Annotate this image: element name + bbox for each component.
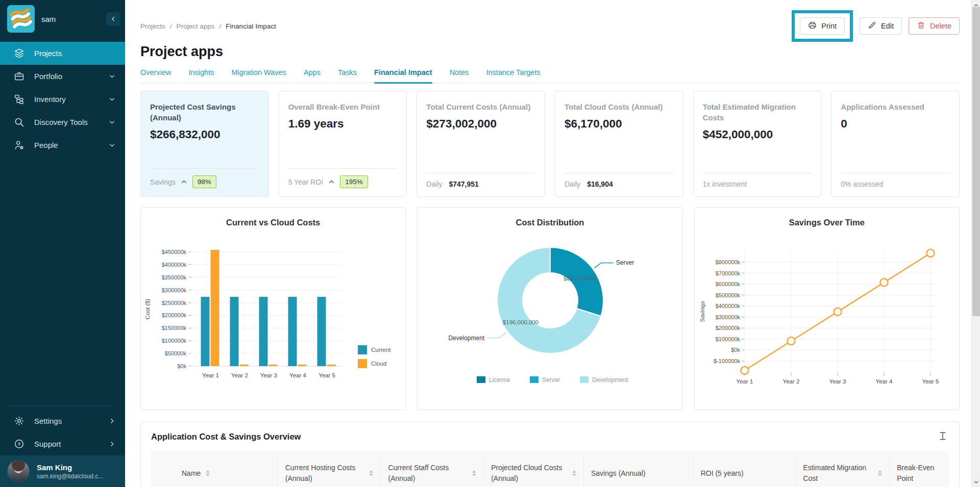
breadcrumb-separator: / [170,22,172,30]
tab-tasks[interactable]: Tasks [338,68,357,83]
sidebar: sam ProjectsPortfolioInventoryDiscovery … [0,0,125,487]
stat-card-value: 0 [841,117,950,131]
print-button[interactable]: Print [800,17,845,35]
stat-card: Applications Assessed00% assessed [831,91,960,197]
sort-desc-icon [369,474,373,476]
delete-button[interactable]: Delete [909,17,960,35]
svg-text:$83,170,000: $83,170,000 [564,275,596,281]
stat-card-title: Total Current Costs (Annual) [426,101,535,112]
breadcrumb-item[interactable]: Project apps [177,22,215,30]
trash-icon [917,21,925,31]
column-header-estimated-migration-cost[interactable]: Estimated Migration Cost [795,451,889,487]
column-header-break-even-point[interactable]: Break-Even Point [889,451,949,487]
svg-text:Year 1: Year 1 [736,378,753,385]
svg-text:Current: Current [371,347,391,353]
tab-notes[interactable]: Notes [450,68,469,83]
sidebar-item-label: People [34,141,58,149]
sort-asc-icon [369,470,373,473]
sidebar-item-people[interactable]: People [0,134,125,157]
column-label: Current Hosting Costs (Annual) [285,463,364,484]
column-header-current-hosting-costs-annual-[interactable]: Current Hosting Costs (Annual) [278,451,381,487]
sidebar-item-inventory[interactable]: Inventory [0,88,125,111]
stat-card-footer-value: $16,904 [587,180,613,188]
sidebar-collapse-button[interactable] [106,12,120,26]
tab-instance-targets[interactable]: Instance Targets [486,68,541,83]
sort-icon[interactable] [472,470,476,476]
sort-icon[interactable] [369,470,373,476]
breadcrumb-item[interactable]: Projects [140,22,165,30]
chart-card-savings-over-time: Savings Over Time Year 1Year 2Year 3Year… [694,207,960,410]
svg-text:Year 2: Year 2 [231,372,248,378]
breadcrumb: Projects/Project apps/Financial Impact [140,22,276,30]
sort-asc-icon [472,470,476,473]
svg-text:$800000k: $800000k [715,259,740,265]
svg-text:Year 5: Year 5 [922,378,939,385]
svg-text:$-100000k: $-100000k [714,358,740,364]
svg-text:Development: Development [449,335,485,342]
profile-section[interactable]: Sam King sam.king@tidalcloud.c... [0,455,125,487]
tab-apps[interactable]: Apps [304,68,321,83]
sort-desc-icon [878,474,882,476]
search-icon [14,117,24,127]
scroll-down-icon[interactable] [972,478,980,486]
sidebar-item-discovery-tools[interactable]: Discovery Tools [0,111,125,134]
briefcase-icon [14,71,24,82]
sort-icon[interactable] [572,470,576,476]
scrollbar-thumb[interactable] [972,7,980,316]
stat-card-footer-label: 1x investment [703,180,747,188]
column-label: Name [182,468,201,479]
sidebar-item-portfolio[interactable]: Portfolio [0,65,125,88]
column-label: Savings (Annual) [591,468,646,479]
stat-card-footer: Savings98% [150,168,259,188]
sidebar-item-projects[interactable]: Projects [0,42,125,65]
svg-text:Year 4: Year 4 [289,372,306,378]
stat-card: Total Current Costs (Annual)$273,002,000… [416,91,545,197]
stat-card-footer-label: Daily [426,180,442,188]
tab-financial-impact[interactable]: Financial Impact [374,68,432,83]
print-highlight-annotation: Print [792,10,853,42]
stat-card-footer: 5 Year ROI195% [288,168,398,188]
tab-migration-waves[interactable]: Migration Waves [231,68,286,83]
tab-insights[interactable]: Insights [188,68,214,83]
svg-text:Savings: Savings [699,301,705,322]
svg-text:$700000k: $700000k [715,270,740,276]
gear-icon [14,416,24,426]
stat-card-title: Applications Assessed [841,101,950,112]
stat-card-footer: Daily$16,904 [565,173,674,188]
svg-text:$250000k: $250000k [162,300,187,306]
svg-text:$196,000,000: $196,000,000 [503,319,538,325]
stat-cards-row: Projected Cost Savings (Annual)$266,832,… [140,91,960,197]
svg-text:?: ? [18,441,21,447]
svg-text:$450000k: $450000k [162,249,187,255]
column-header-roi-5-years-[interactable]: ROI (5 years) [693,451,796,487]
chart-title: Current vs Cloud Costs [141,218,405,227]
svg-text:Server: Server [542,376,560,383]
stat-card-footer-value: $747,951 [449,180,478,188]
column-header-projected-cloud-costs-annual-[interactable]: Projected Cloud Costs (Annual) [483,451,583,487]
stat-card-footer-label: Savings [150,178,176,186]
column-header-savings-annual-[interactable]: Savings (Annual) [583,451,693,487]
sidebar-item-label: Portfolio [34,72,62,81]
sidebar-item-support[interactable]: ?Support [0,432,125,455]
tab-overview[interactable]: Overview [140,68,171,83]
export-columns-icon[interactable] [938,431,949,442]
sort-desc-icon [472,474,476,476]
svg-text:Cloud: Cloud [371,361,386,367]
stat-card-footer: Daily$747,951 [426,173,535,188]
stat-card-footer: 1x investment [703,173,812,188]
column-header-name[interactable]: Name [151,451,278,487]
table-header-row: NameCurrent Hosting Costs (Annual)Curren… [151,451,949,487]
chevron-right-icon [108,417,116,425]
window-scrollbar[interactable] [971,0,980,487]
sidebar-item-settings[interactable]: Settings [0,409,125,432]
sort-icon[interactable] [206,470,210,476]
page-title: Project apps [140,44,960,60]
sort-icon[interactable] [878,470,882,476]
stat-card: Overall Break-Even Point1.69 years5 Year… [279,91,407,197]
pencil-icon [868,21,876,31]
column-header-current-staff-costs-annual-[interactable]: Current Staff Costs (Annual) [380,451,483,487]
stat-card-title: Projected Cost Savings (Annual) [150,101,259,123]
stat-card: Total Estimated Migration Costs$452,000,… [693,91,822,197]
edit-button[interactable]: Edit [860,17,902,35]
chart-card-current-vs-cloud: Current vs Cloud Costs $0k$50000k$100000… [140,207,406,410]
